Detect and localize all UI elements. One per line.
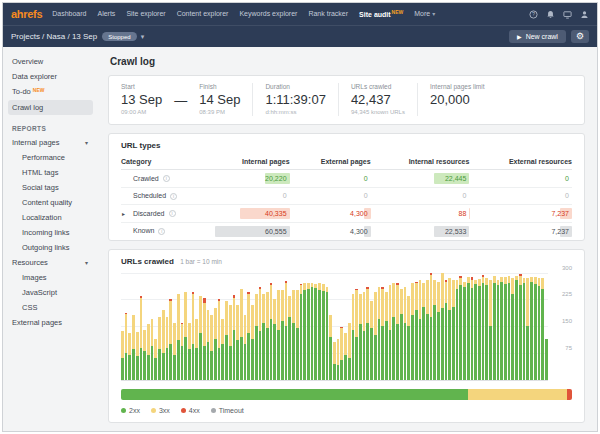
sidebar-item-resources[interactable]: Resources▾ bbox=[3, 255, 98, 270]
table-cell: 4,300 bbox=[290, 222, 371, 239]
bar-segment-2xx bbox=[348, 358, 351, 379]
y-axis-tick: 150 bbox=[550, 318, 572, 324]
project-caret-down-icon[interactable]: ▾ bbox=[141, 33, 145, 41]
legend-item-3xx[interactable]: 3xx bbox=[151, 407, 170, 414]
chart-bar bbox=[158, 273, 161, 380]
bar-segment-3xx bbox=[355, 290, 358, 336]
bar-segment-3xx bbox=[534, 277, 537, 284]
bar-segment-2xx bbox=[471, 288, 474, 380]
stat-start: Start 13 Sep 09:00 AM bbox=[121, 83, 174, 116]
cell-value: 20,220 bbox=[265, 175, 289, 182]
bar-segment-2xx bbox=[441, 308, 444, 379]
breadcrumb[interactable]: Projects / Nasa / 13 Sep bbox=[11, 32, 97, 41]
legend-item-2xx[interactable]: 2xx bbox=[121, 407, 140, 414]
chart-bar bbox=[192, 273, 195, 380]
ahrefs-logo[interactable]: ahrefs bbox=[11, 8, 42, 20]
bar-segment-2xx bbox=[433, 305, 436, 380]
bar-segment-3xx bbox=[493, 276, 496, 283]
chart-bar bbox=[374, 273, 377, 380]
new-badge: NEW bbox=[33, 87, 45, 93]
table-cell: 7,237 bbox=[469, 222, 572, 239]
bell-icon[interactable] bbox=[546, 10, 555, 19]
bar-segment-2xx bbox=[400, 314, 403, 380]
chart-bar bbox=[352, 273, 355, 380]
chart-bar bbox=[426, 273, 429, 380]
sidebar-item-external-pages[interactable]: External pages bbox=[3, 315, 98, 330]
info-icon[interactable]: i bbox=[158, 228, 165, 235]
monitor-icon[interactable] bbox=[563, 10, 572, 19]
nav-item-site-explorer[interactable]: Site explorer bbox=[126, 10, 165, 17]
sidebar-item-html-tags[interactable]: HTML tags bbox=[3, 165, 98, 180]
sidebar-item-javascript[interactable]: JavaScript bbox=[3, 285, 98, 300]
bar-segment-2xx bbox=[545, 339, 548, 380]
bar-segment-3xx bbox=[292, 290, 295, 322]
sidebar-item-overview[interactable]: Overview bbox=[3, 54, 98, 69]
bar-segment-3xx bbox=[437, 282, 440, 312]
bar-segment-2xx bbox=[337, 365, 340, 379]
table-row-discarded[interactable]: ▸Discardedi40,3354,300887,237 bbox=[121, 205, 572, 223]
user-icon[interactable] bbox=[580, 10, 589, 19]
nav-item-keywords-explorer[interactable]: Keywords explorer bbox=[239, 10, 297, 17]
chevron-down-icon[interactable]: ▾ bbox=[85, 259, 90, 266]
bar-segment-3xx bbox=[221, 319, 224, 344]
sidebar-item-data-explorer[interactable]: Data explorer bbox=[3, 69, 98, 84]
sidebar-item-internal-pages[interactable]: Internal pages▾ bbox=[3, 135, 98, 150]
chart-bar bbox=[128, 273, 131, 380]
nav-item-alerts[interactable]: Alerts bbox=[97, 10, 115, 17]
chart-bar bbox=[389, 273, 392, 380]
nav-item-rank-tracker[interactable]: Rank tracker bbox=[308, 10, 348, 17]
nav-item-content-explorer[interactable]: Content explorer bbox=[177, 10, 229, 17]
y-axis-tick: 300 bbox=[550, 265, 572, 271]
bar-segment-3xx bbox=[337, 339, 340, 366]
sidebar-item-to-do[interactable]: To-doNEW bbox=[3, 84, 98, 99]
info-icon[interactable]: i bbox=[163, 175, 170, 182]
sidebar-item-incoming-links[interactable]: Incoming links bbox=[3, 225, 98, 240]
crawl-settings-button[interactable]: ⚙ bbox=[571, 30, 589, 43]
sidebar-item-localization[interactable]: Localization bbox=[3, 210, 98, 225]
bar-segment-2xx bbox=[344, 355, 347, 380]
help-icon[interactable]: ? bbox=[529, 10, 538, 19]
bar-segment-2xx bbox=[396, 324, 399, 379]
bar-segment-3xx bbox=[151, 319, 154, 346]
chevron-down-icon[interactable]: ▾ bbox=[85, 139, 90, 146]
info-icon[interactable]: i bbox=[170, 193, 177, 200]
column-header-internal-pages: Internal pages bbox=[212, 155, 289, 170]
bar-segment-2xx bbox=[493, 283, 496, 379]
sidebar-item-images[interactable]: Images bbox=[3, 270, 98, 285]
chart-bar bbox=[511, 273, 514, 380]
bar-segment-2xx bbox=[419, 319, 422, 380]
sidebar-item-performance[interactable]: Performance bbox=[3, 150, 98, 165]
nav-item-more[interactable]: More▾ bbox=[414, 10, 435, 17]
bar-segment-2xx bbox=[538, 286, 541, 379]
cell-value: 7,237 bbox=[551, 210, 572, 217]
bar-segment-3xx bbox=[359, 294, 362, 324]
bar-segment-2xx bbox=[389, 330, 392, 380]
table-cell: 60,555 bbox=[212, 222, 289, 239]
sidebar-item-crawl-log[interactable]: Crawl log bbox=[8, 100, 93, 115]
sidebar-item-outgoing-links[interactable]: Outgoing links bbox=[3, 240, 98, 255]
legend-item-timeout[interactable]: Timeout bbox=[211, 407, 244, 414]
bar-segment-2xx bbox=[136, 356, 139, 379]
bar-segment-3xx bbox=[471, 280, 474, 288]
expand-icon[interactable]: ▸ bbox=[122, 210, 125, 217]
bar-segment-2xx bbox=[366, 323, 369, 380]
legend-item-4xx[interactable]: 4xx bbox=[181, 407, 200, 414]
sidebar-item-css[interactable]: CSS bbox=[3, 300, 98, 315]
bar-segment-3xx bbox=[348, 323, 351, 359]
chart-bar bbox=[485, 273, 488, 380]
cell-value: 0 bbox=[462, 192, 469, 199]
bar-segment-2xx bbox=[166, 348, 169, 380]
chart-bar bbox=[132, 273, 135, 380]
bar-segment-3xx bbox=[400, 289, 403, 314]
bar-segment-2xx bbox=[519, 285, 522, 380]
info-icon[interactable]: i bbox=[169, 210, 176, 217]
nav-item-site-audit[interactable]: Site auditNEW bbox=[359, 9, 403, 18]
chart-bar bbox=[471, 273, 474, 380]
sidebar-item-social-tags[interactable]: Social tags bbox=[3, 180, 98, 195]
bar-segment-3xx bbox=[203, 303, 206, 346]
sidebar-item-content-quality[interactable]: Content quality bbox=[3, 195, 98, 210]
new-crawl-button[interactable]: ▶ New crawl bbox=[509, 30, 566, 43]
nav-item-dashboard[interactable]: Dashboard bbox=[52, 10, 86, 17]
bar-segment-2xx bbox=[229, 346, 232, 380]
chart-bar bbox=[177, 273, 180, 380]
